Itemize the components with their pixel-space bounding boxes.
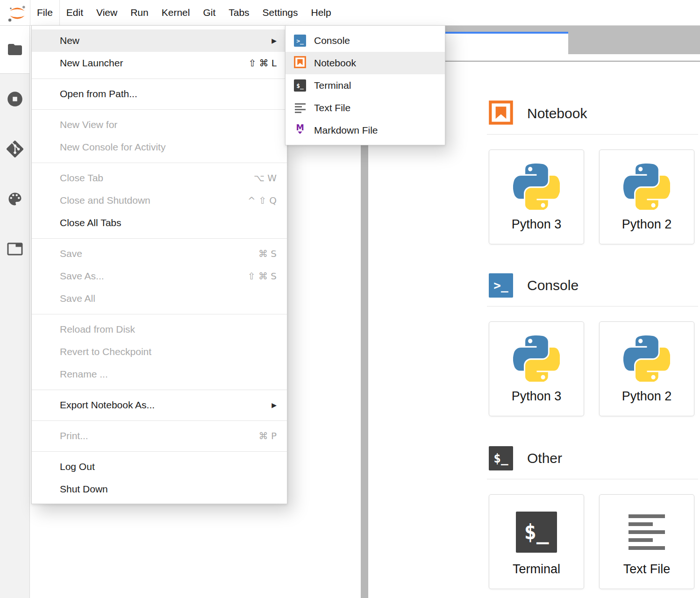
markdown-icon: M xyxy=(294,123,306,138)
icon-slot xyxy=(294,57,306,69)
menu-item-label: New xyxy=(60,35,265,46)
menu-item-new-launcher[interactable]: New Launcher⇧ ⌘ L xyxy=(32,52,287,74)
menu-separator xyxy=(32,390,287,390)
console-icon: >_ xyxy=(294,35,306,47)
text-line xyxy=(295,106,302,107)
menu-item-new-view-for: New View for xyxy=(32,114,287,136)
text-line xyxy=(629,546,665,550)
menubar-item-settings[interactable]: Settings xyxy=(256,0,305,25)
submenu-item-text-file[interactable]: Text File xyxy=(286,97,445,119)
submenu-item-notebook[interactable]: Notebook xyxy=(286,52,445,74)
card-icon-slot xyxy=(629,509,665,555)
text-line xyxy=(295,103,306,105)
menu-item-label: New Launcher xyxy=(60,57,239,69)
glyph-text: $_ xyxy=(524,522,549,542)
menu-item-close-all-tabs[interactable]: Close All Tabs xyxy=(32,212,287,234)
menu-item-new[interactable]: New▶ xyxy=(32,29,287,52)
menu-item-label: Save xyxy=(60,248,249,259)
text-file-icon xyxy=(295,103,306,113)
section-header: Notebook xyxy=(489,101,699,126)
menu-item-shut-down[interactable]: Shut Down xyxy=(32,478,287,500)
menu-item-label: Reload from Disk xyxy=(60,324,277,335)
menubar-item-kernel[interactable]: Kernel xyxy=(155,0,197,25)
menu-item-shortcut: ⌥ W xyxy=(254,172,277,184)
submenu-item-markdown-file[interactable]: MMarkdown File xyxy=(286,119,445,142)
menubar-item-tabs[interactable]: Tabs xyxy=(222,0,256,25)
sidebar-item-commands[interactable] xyxy=(0,174,29,224)
menu-item-log-out[interactable]: Log Out xyxy=(32,456,287,478)
submenu-item-terminal[interactable]: $_Terminal xyxy=(286,74,445,97)
section-icon-slot: $_ xyxy=(489,446,513,470)
sidebar-item-open-tabs[interactable] xyxy=(0,224,29,274)
menubar-item-git[interactable]: Git xyxy=(196,0,222,25)
icon-slot: $_ xyxy=(294,79,306,92)
svg-text:M: M xyxy=(296,123,304,132)
menu-item-save-all: Save All xyxy=(32,287,287,310)
menu-item-reload-from-disk: Reload from Disk xyxy=(32,318,287,341)
menu-item-label: Log Out xyxy=(60,461,277,472)
launcher-section-console: >_ConsolePython 3Python 2 xyxy=(489,273,699,416)
palette-icon xyxy=(7,191,23,207)
section-divider xyxy=(487,306,698,306)
card-icon-slot xyxy=(623,336,670,383)
card-row: $_TerminalText File xyxy=(489,494,699,589)
submenu-item-label: Text File xyxy=(314,102,436,114)
jupyter-logo xyxy=(7,3,28,24)
menu-item-save: Save⌘ S xyxy=(32,242,287,265)
console-icon: >_ xyxy=(489,273,513,298)
text-line xyxy=(295,109,306,110)
terminal-icon: $_ xyxy=(294,79,306,92)
icon-slot: M xyxy=(294,124,306,136)
launcher-card-console-python-2[interactable]: Python 2 xyxy=(599,321,694,416)
submenu-item-console[interactable]: >_Console xyxy=(286,29,445,52)
menu-item-label: Save All xyxy=(60,293,277,304)
menu-separator xyxy=(32,78,287,79)
menubar-item-help[interactable]: Help xyxy=(305,0,338,25)
glyph-text: $_ xyxy=(493,452,508,464)
menubar-item-view[interactable]: View xyxy=(90,0,124,25)
python-icon xyxy=(623,335,670,384)
sidebar-item-running-kernels[interactable] xyxy=(0,74,29,124)
file-menu: New▶New Launcher⇧ ⌘ LOpen from Path...Ne… xyxy=(31,25,287,504)
menu-item-label: Close and Shutdown xyxy=(60,195,238,206)
launcher-card-notebook-python-3[interactable]: Python 3 xyxy=(489,150,584,244)
menu-separator xyxy=(32,238,287,239)
icon-slot xyxy=(294,102,306,114)
menu-item-label: Open from Path... xyxy=(60,88,277,100)
menu-item-shortcut: ⌘ S xyxy=(258,248,277,259)
launcher-card-console-python-3[interactable]: Python 3 xyxy=(489,321,584,416)
launcher-card-other-text-file[interactable]: Text File xyxy=(599,494,694,589)
card-label: Text File xyxy=(623,562,671,577)
submenu-item-label: Notebook xyxy=(314,57,436,69)
menu-item-close-tab: Close Tab⌥ W xyxy=(32,167,287,189)
menu-item-shortcut: ⌘ P xyxy=(259,430,277,441)
sidebar-item-git[interactable] xyxy=(0,124,29,174)
submenu-item-label: Console xyxy=(314,35,436,46)
folder-icon xyxy=(7,41,23,58)
card-row: Python 3Python 2 xyxy=(489,321,699,416)
menu-item-shortcut: ^ ⇧ Q xyxy=(248,195,277,206)
glyph-text: >_ xyxy=(493,279,508,292)
icon-slot: >_ xyxy=(294,35,306,47)
menu-item-export-notebook-as[interactable]: Export Notebook As...▶ xyxy=(32,394,287,416)
card-icon-slot xyxy=(513,336,560,383)
terminal-icon: $_ xyxy=(516,512,557,553)
menu-item-label: Close Tab xyxy=(60,172,244,184)
launcher-card-notebook-python-2[interactable]: Python 2 xyxy=(599,150,694,244)
card-label: Terminal xyxy=(513,562,560,577)
sidebar-item-file-browser[interactable] xyxy=(0,26,29,74)
menu-item-revert-to-checkpoint: Revert to Checkpoint xyxy=(32,341,287,363)
menu-item-label: New Console for Activity xyxy=(60,142,277,153)
section-title: Notebook xyxy=(527,106,587,121)
python-icon xyxy=(513,163,560,212)
menu-item-label: New View for xyxy=(60,119,277,130)
menubar-item-edit[interactable]: Edit xyxy=(60,0,90,25)
menu-item-label: Rename ... xyxy=(60,369,277,380)
section-header: $_Other xyxy=(489,446,699,470)
text-line xyxy=(629,538,653,542)
menubar-item-file[interactable]: File xyxy=(30,0,60,25)
menu-separator xyxy=(32,163,287,163)
menu-item-open-from-path[interactable]: Open from Path... xyxy=(32,83,287,105)
launcher-card-other-terminal[interactable]: $_Terminal xyxy=(489,494,584,589)
menubar-item-run[interactable]: Run xyxy=(124,0,155,25)
